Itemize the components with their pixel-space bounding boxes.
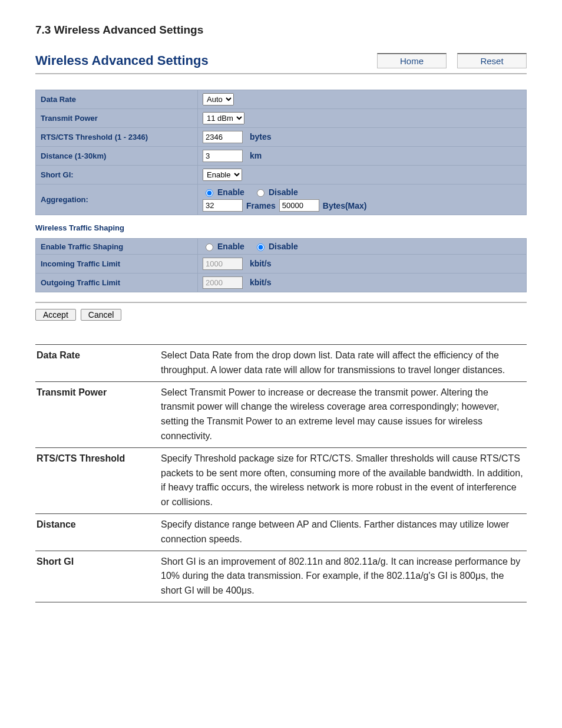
traffic-shaping-table: Enable Traffic Shaping Enable Disable In… — [35, 238, 527, 292]
label-incoming-limit: Incoming Traffic Limit — [36, 255, 198, 274]
panel-buttons: Home Reset — [377, 53, 527, 68]
divider — [35, 302, 527, 303]
short-gi-select[interactable]: Enable — [203, 169, 242, 181]
table-row: Short GI Short GI is an improvement of 8… — [35, 551, 527, 602]
desc-text: Short GI is an improvement of 802.11n an… — [160, 551, 527, 602]
label-distance: Distance (1-30km) — [36, 147, 198, 166]
rts-unit: bytes — [250, 132, 272, 141]
incoming-limit-unit: kbit/s — [250, 259, 272, 268]
section-heading: 7.3 Wireless Advanced Settings — [35, 24, 527, 37]
label-short-gi: Short GI: — [36, 166, 198, 185]
accept-button[interactable]: Accept — [35, 309, 76, 321]
desc-term: Data Rate — [35, 345, 160, 382]
row-short-gi: Short GI: Enable — [36, 166, 527, 185]
cell-enable-shaping: Enable Disable — [198, 239, 527, 255]
cell-data-rate: Auto — [198, 90, 527, 109]
label-transmit-power: Transmit Power — [36, 109, 198, 128]
desc-term: RTS/CTS Threshold — [35, 447, 160, 513]
label-outgoing-limit: Outgoing Traffic Limit — [36, 274, 198, 292]
label-data-rate: Data Rate — [36, 90, 198, 109]
row-enable-shaping: Enable Traffic Shaping Enable Disable — [36, 239, 527, 255]
desc-text: Specify Threshold package size for RTC/C… — [160, 447, 527, 513]
cell-transmit-power: 11 dBm — [198, 109, 527, 128]
incoming-limit-input[interactable] — [203, 258, 243, 270]
reset-button[interactable]: Reset — [457, 53, 527, 68]
shaping-enable-radio[interactable] — [206, 243, 213, 251]
shaping-disable-label: Disable — [269, 242, 298, 251]
cell-aggregation: Enable Disable Frames Bytes(Max) — [198, 185, 527, 215]
row-outgoing-limit: Outgoing Traffic Limit kbit/s — [36, 274, 527, 292]
desc-term: Distance — [35, 513, 160, 551]
shaping-enable-label: Enable — [217, 242, 244, 251]
row-transmit-power: Transmit Power 11 dBm — [36, 109, 527, 128]
row-aggregation: Aggregation: Enable Disable Frames Bytes… — [36, 185, 527, 215]
aggregation-bytes-label: Bytes(Max) — [323, 201, 367, 210]
aggregation-enable-radio[interactable] — [206, 189, 213, 197]
distance-input[interactable] — [203, 150, 243, 162]
desc-text: Select Transmit Power to increase or dec… — [160, 381, 527, 447]
table-row: Transmit Power Select Transmit Power to … — [35, 381, 527, 447]
aggregation-enable-label: Enable — [217, 187, 244, 197]
desc-term: Short GI — [35, 551, 160, 602]
home-button[interactable]: Home — [377, 53, 447, 68]
shaping-disable-radio[interactable] — [257, 243, 265, 251]
label-aggregation: Aggregation: — [36, 185, 198, 215]
desc-term: Transmit Power — [35, 381, 160, 447]
aggregation-frames-label: Frames — [246, 201, 276, 210]
row-data-rate: Data Rate Auto — [36, 90, 527, 109]
wireless-settings-table: Data Rate Auto Transmit Power 11 dBm RTS… — [35, 90, 527, 215]
cell-outgoing-limit: kbit/s — [198, 274, 527, 292]
cell-short-gi: Enable — [198, 166, 527, 185]
outgoing-limit-input[interactable] — [203, 276, 243, 289]
table-row: RTS/CTS Threshold Specify Threshold pack… — [35, 447, 527, 513]
desc-text: Specify distance range between AP and Cl… — [160, 513, 527, 551]
label-rts: RTS/CTS Threshold (1 - 2346) — [36, 128, 198, 147]
cancel-button[interactable]: Cancel — [81, 309, 122, 321]
row-rts: RTS/CTS Threshold (1 - 2346) bytes — [36, 128, 527, 147]
rts-input[interactable] — [203, 131, 243, 143]
transmit-power-select[interactable]: 11 dBm — [203, 112, 244, 124]
traffic-shaping-heading: Wireless Traffic Shaping — [35, 223, 527, 232]
row-distance: Distance (1-30km) km — [36, 147, 527, 166]
aggregation-disable-label: Disable — [269, 187, 298, 197]
panel-title: Wireless Advanced Settings — [35, 53, 209, 68]
aggregation-bytes-input[interactable] — [279, 199, 319, 212]
panel-header: Wireless Advanced Settings Home Reset — [35, 53, 527, 74]
table-row: Distance Specify distance range between … — [35, 513, 527, 551]
cell-distance: km — [198, 147, 527, 166]
description-table: Data Rate Select Data Rate from the drop… — [35, 344, 527, 602]
aggregation-frames-input[interactable] — [203, 199, 243, 212]
cell-rts: bytes — [198, 128, 527, 147]
outgoing-limit-unit: kbit/s — [250, 278, 272, 287]
label-enable-shaping: Enable Traffic Shaping — [36, 239, 198, 255]
aggregation-disable-radio[interactable] — [257, 189, 265, 197]
row-incoming-limit: Incoming Traffic Limit kbit/s — [36, 255, 527, 274]
action-row: Accept Cancel — [35, 309, 527, 321]
data-rate-select[interactable]: Auto — [203, 93, 234, 106]
distance-unit: km — [250, 151, 262, 160]
desc-text: Select Data Rate from the drop down list… — [160, 345, 527, 382]
table-row: Data Rate Select Data Rate from the drop… — [35, 345, 527, 382]
cell-incoming-limit: kbit/s — [198, 255, 527, 274]
